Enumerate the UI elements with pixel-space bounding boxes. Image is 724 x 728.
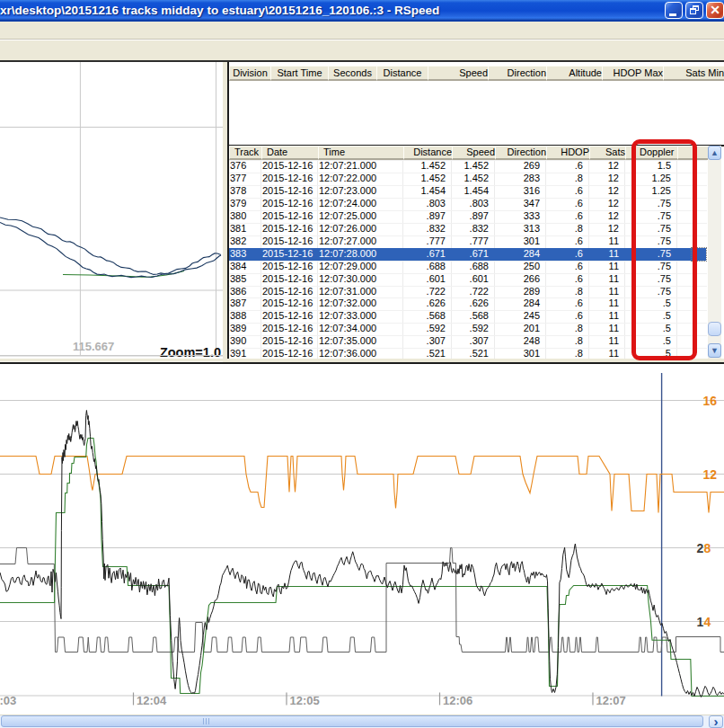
svg-text:12:03: 12:03 bbox=[0, 693, 16, 706]
svg-text:2: 2 bbox=[697, 541, 704, 555]
svg-text:4: 4 bbox=[704, 615, 711, 629]
svg-text:12:07: 12:07 bbox=[596, 693, 626, 706]
svg-text:115.667: 115.667 bbox=[73, 340, 114, 353]
svg-text:12:04: 12:04 bbox=[137, 693, 167, 706]
svg-text:8: 8 bbox=[704, 541, 711, 555]
svg-text:1: 1 bbox=[697, 615, 704, 629]
svg-text:Zoom=1.0: Zoom=1.0 bbox=[160, 345, 221, 360]
svg-text:12: 12 bbox=[703, 467, 718, 482]
svg-text:16: 16 bbox=[703, 394, 718, 408]
svg-text:12:06: 12:06 bbox=[443, 693, 472, 706]
svg-text:12:05: 12:05 bbox=[290, 693, 320, 706]
